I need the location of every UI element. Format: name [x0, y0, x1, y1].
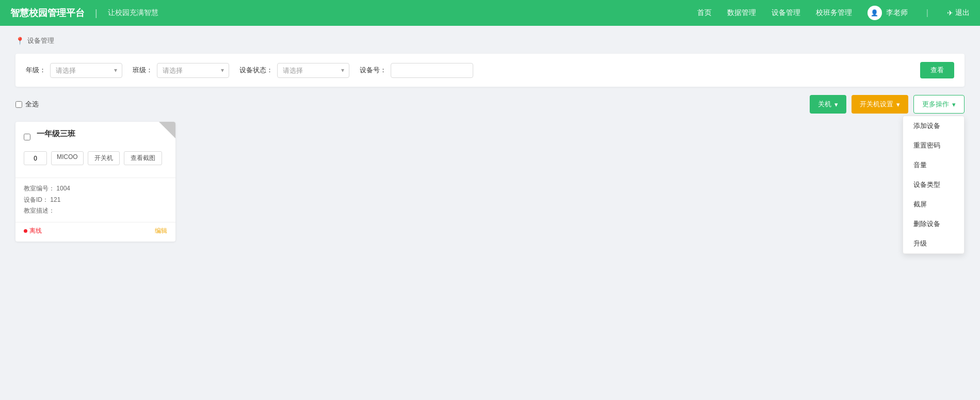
- shutdown-label: 关机: [818, 100, 831, 109]
- card-checkbox[interactable]: [24, 134, 30, 140]
- class-select-wrapper: 请选择 一班 二班 三班: [157, 63, 229, 78]
- edit-link[interactable]: 编辑: [155, 227, 167, 235]
- grade-label: 年级：: [26, 66, 46, 75]
- power-chevron-icon: ▾: [896, 101, 900, 108]
- app-title: 智慧校园管理平台: [10, 7, 85, 19]
- device-id-field: 设备号：: [360, 63, 473, 78]
- grade-field: 年级： 请选择 一年级 二年级 三年级: [26, 63, 122, 78]
- status-select-wrapper: 请选择 在线 离线: [277, 63, 349, 78]
- card-title: 一年级三班: [37, 129, 75, 139]
- more-operations-dropdown: 添加设备 重置密码 音量 设备类型 截屏 删除设备 升级: [903, 116, 965, 254]
- shutdown-chevron-icon: ▾: [834, 101, 838, 108]
- device-id-value: 121: [50, 196, 60, 203]
- header-divider: |: [95, 8, 98, 19]
- card-screenshot-button[interactable]: 查看截图: [124, 151, 162, 165]
- device-id-label: 设备ID：: [24, 196, 49, 203]
- device-card: 一年级三班 MICOO 开关机 查看截图 教室编号： 1004 设备ID： 12…: [15, 122, 175, 242]
- main-nav: 首页 数据管理 设备管理 校班务管理 👤 李老师 | ✈ 退出: [697, 6, 970, 20]
- card-actions: MICOO 开关机 查看截图: [24, 151, 167, 165]
- counter-input[interactable]: [24, 151, 47, 165]
- classroom-desc: 教室描述：: [24, 205, 167, 217]
- nav-home[interactable]: 首页: [697, 8, 712, 18]
- status-select[interactable]: 请选择 在线 离线: [277, 63, 349, 78]
- card-fold-icon: [159, 122, 175, 138]
- search-button[interactable]: 查看: [920, 62, 954, 78]
- device-id-label: 设备号：: [360, 66, 387, 75]
- search-bar: 年级： 请选择 一年级 二年级 三年级 班级： 请选择 一班 二班 三班: [15, 54, 965, 87]
- select-all-text: 全选: [25, 100, 39, 109]
- breadcrumb: 📍 设备管理: [15, 36, 965, 45]
- classroom-no-label: 教室编号：: [24, 185, 55, 192]
- status-dot-icon: [24, 229, 27, 233]
- status-badge: 离线: [24, 227, 42, 235]
- select-all-checkbox[interactable]: [15, 101, 22, 108]
- avatar: 👤: [867, 6, 882, 20]
- more-operations-wrapper: 更多操作 ▾ 添加设备 重置密码 音量 设备类型 截屏 删除设备 升级: [913, 95, 965, 114]
- dropdown-upgrade[interactable]: 升级: [903, 234, 964, 253]
- header-sep2: |: [926, 8, 928, 18]
- card-footer: 离线 编辑: [15, 222, 175, 242]
- dropdown-volume[interactable]: 音量: [903, 155, 964, 175]
- device-brand: MICOO: [51, 151, 84, 165]
- more-operations-label: 更多操作: [922, 100, 949, 109]
- classroom-no-value: 1004: [56, 185, 70, 192]
- card-info: 教室编号： 1004 设备ID： 121 教室描述：: [15, 178, 175, 222]
- breadcrumb-icon: 📍: [15, 37, 24, 45]
- more-chevron-icon: ▾: [952, 101, 956, 108]
- device-id: 设备ID： 121: [24, 195, 167, 206]
- power-settings-button[interactable]: 开关机设置 ▾: [852, 95, 908, 114]
- power-settings-label: 开关机设置: [860, 100, 893, 109]
- dropdown-reset-password[interactable]: 重置密码: [903, 136, 964, 155]
- more-operations-button[interactable]: 更多操作 ▾: [913, 95, 965, 114]
- nav-class[interactable]: 校班务管理: [816, 8, 852, 18]
- brand: 智慧校园管理平台 | 让校园充满智慧: [10, 7, 158, 19]
- status-text: 离线: [29, 227, 42, 235]
- status-field: 设备状态： 请选择 在线 离线: [239, 63, 349, 78]
- logout-icon: ✈: [947, 9, 953, 17]
- user-info: 👤 李老师: [867, 6, 908, 20]
- shutdown-button[interactable]: 关机 ▾: [810, 95, 846, 114]
- device-id-input[interactable]: [391, 63, 473, 78]
- card-power-button[interactable]: 开关机: [88, 151, 120, 165]
- dropdown-screenshot[interactable]: 截屏: [903, 195, 964, 214]
- logout-label: 退出: [955, 8, 970, 18]
- dropdown-delete-device[interactable]: 删除设备: [903, 214, 964, 234]
- nav-device[interactable]: 设备管理: [772, 8, 800, 18]
- action-buttons: 关机 ▾ 开关机设置 ▾ 更多操作 ▾ 添加设备 重置密码 音量 设备类型: [810, 95, 965, 114]
- nav-data[interactable]: 数据管理: [727, 8, 756, 18]
- grade-select-wrapper: 请选择 一年级 二年级 三年级: [50, 63, 122, 78]
- cards-container: 一年级三班 MICOO 开关机 查看截图 教室编号： 1004 设备ID： 12…: [15, 122, 965, 242]
- logout-button[interactable]: ✈ 退出: [947, 8, 970, 18]
- classroom-no: 教室编号： 1004: [24, 183, 167, 195]
- action-bar: 全选 关机 ▾ 开关机设置 ▾ 更多操作 ▾ 添加设备: [15, 95, 965, 114]
- class-select[interactable]: 请选择 一班 二班 三班: [157, 63, 229, 78]
- card-header: 一年级三班 MICOO 开关机 查看截图: [15, 122, 175, 178]
- app-subtitle: 让校园充满智慧: [108, 8, 158, 18]
- classroom-desc-label: 教室描述：: [24, 207, 55, 214]
- dropdown-device-type[interactable]: 设备类型: [903, 175, 964, 195]
- grade-select[interactable]: 请选择 一年级 二年级 三年级: [50, 63, 122, 78]
- user-name: 李老师: [886, 8, 908, 18]
- header: 智慧校园管理平台 | 让校园充满智慧 首页 数据管理 设备管理 校班务管理 👤 …: [0, 0, 980, 26]
- class-field: 班级： 请选择 一班 二班 三班: [133, 63, 229, 78]
- select-all-label[interactable]: 全选: [15, 100, 39, 109]
- breadcrumb-text: 设备管理: [27, 36, 54, 45]
- status-label: 设备状态：: [239, 66, 273, 75]
- class-label: 班级：: [133, 66, 153, 75]
- main-content: 📍 设备管理 年级： 请选择 一年级 二年级 三年级 班级： 请选择 一班: [0, 26, 980, 252]
- dropdown-add-device[interactable]: 添加设备: [903, 116, 964, 136]
